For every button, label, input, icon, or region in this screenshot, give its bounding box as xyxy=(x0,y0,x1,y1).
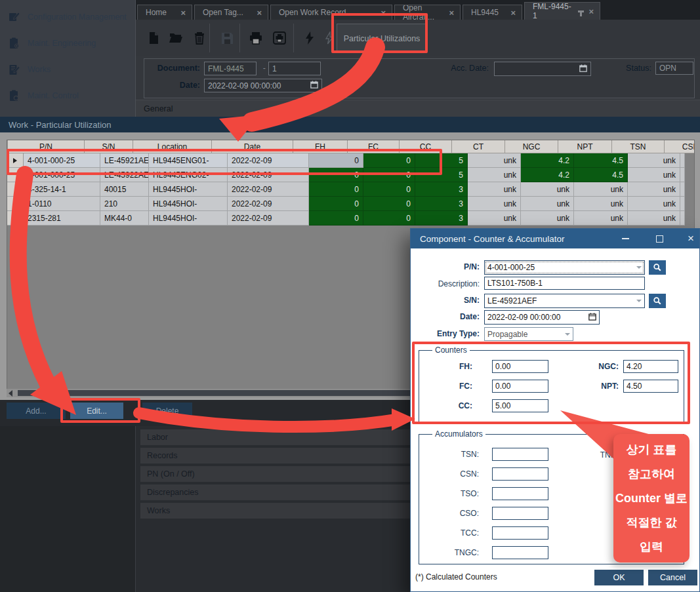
calendar-icon[interactable] xyxy=(310,81,318,90)
grid-cell[interactable] xyxy=(680,168,685,182)
document-revision-field[interactable]: 1 xyxy=(268,62,321,75)
table-row[interactable]: 1-0110210HL9445HOI-2022-02-09003unkunkun… xyxy=(7,197,694,211)
grid-cell[interactable]: unk xyxy=(468,168,521,182)
grid-cell[interactable]: 4.2 xyxy=(521,153,574,168)
grid-cell[interactable]: unk xyxy=(628,197,680,211)
grid-cell[interactable]: 0 xyxy=(363,197,415,211)
acc-date-field[interactable] xyxy=(494,62,591,76)
grid-column-header[interactable]: TSN xyxy=(612,140,665,153)
grid-cell[interactable]: 4-325-14-1 xyxy=(24,182,100,197)
save-button[interactable] xyxy=(216,27,238,49)
dialog-date-field[interactable]: 2022-02-09 00:00:00 xyxy=(484,310,600,325)
close-tab-icon[interactable]: × xyxy=(449,9,454,17)
grid-cell[interactable]: unk xyxy=(628,211,680,226)
grid-cell[interactable] xyxy=(680,182,685,197)
grid-cell[interactable]: 0 xyxy=(309,197,363,211)
grid-column-header[interactable]: NGC xyxy=(505,140,558,153)
grid-cell[interactable]: 2022-02-09 xyxy=(228,211,309,226)
new-document-button[interactable] xyxy=(142,27,165,49)
print-button[interactable] xyxy=(245,27,267,49)
tab-hl9445[interactable]: HL9445× xyxy=(463,5,522,20)
cancel-button[interactable]: Cancel xyxy=(648,570,697,585)
table-row[interactable]: 4-325-14-140015HL9445HOI-2022-02-09003un… xyxy=(7,182,694,197)
chevron-down-icon[interactable] xyxy=(565,333,570,336)
grid-cell[interactable]: unk xyxy=(468,197,521,211)
minimize-icon[interactable] xyxy=(615,229,635,248)
grid-cell[interactable]: HL9445HOI- xyxy=(149,211,228,226)
date-field[interactable]: 2022-02-09 00:00:00 xyxy=(204,79,322,92)
entry-type-dropdown[interactable]: Propagable xyxy=(484,327,573,341)
sn-search-button[interactable] xyxy=(649,294,666,308)
sn-dropdown[interactable]: LE-45921AEF xyxy=(484,294,645,308)
tcc-field[interactable] xyxy=(492,526,548,540)
grid-cell[interactable] xyxy=(680,153,685,168)
grid-cell[interactable]: 0 xyxy=(363,182,415,197)
grid-cell[interactable]: unk xyxy=(521,182,574,197)
tab-fml-9445-1[interactable]: FML-9445-1× xyxy=(524,2,600,20)
tab-home[interactable]: Home× xyxy=(137,5,192,20)
grid-cell[interactable]: unk xyxy=(628,182,680,197)
pn-search-button[interactable] xyxy=(649,260,666,275)
grid-cell[interactable]: 2022-02-09 xyxy=(228,182,309,197)
grid-cell[interactable]: 3 xyxy=(415,197,468,211)
print-preview-button[interactable] xyxy=(268,27,291,49)
general-section-header[interactable]: General xyxy=(136,100,700,117)
grid-cell[interactable]: unk xyxy=(574,182,628,197)
grid-cell[interactable]: 3 xyxy=(415,182,468,197)
grid-cell[interactable]: 4.2 xyxy=(521,168,574,182)
tsn-field[interactable] xyxy=(492,448,548,461)
delete-row-button[interactable]: Delete xyxy=(142,403,192,419)
grid-cell[interactable]: 210 xyxy=(100,197,149,211)
cso-field[interactable] xyxy=(492,507,548,520)
grid-cell[interactable]: unk xyxy=(628,168,680,182)
tngc-field[interactable] xyxy=(492,546,548,559)
calendar-icon[interactable] xyxy=(588,313,596,323)
sidebar-item-works[interactable]: Works xyxy=(8,61,133,78)
grid-column-header[interactable]: CSN xyxy=(665,140,695,153)
grid-cell[interactable]: unk xyxy=(468,153,521,168)
close-tab-icon[interactable]: × xyxy=(588,7,594,16)
close-icon[interactable]: × xyxy=(681,229,700,248)
sidebar-item-configuration-management[interactable]: Configuration Management xyxy=(8,9,133,26)
grid-cell[interactable]: 2022-02-09 xyxy=(228,197,309,211)
grid-column-header[interactable]: CT xyxy=(452,140,505,153)
delete-button[interactable] xyxy=(188,27,211,49)
grid-cell[interactable]: 4.5 xyxy=(574,168,628,182)
row-selector-cell[interactable] xyxy=(7,211,24,226)
document-number-field[interactable]: FML-9445 xyxy=(204,62,257,75)
sidebar-item-maint-engineering[interactable]: Maint. Engineering xyxy=(8,35,133,52)
chevron-down-icon[interactable] xyxy=(636,300,642,302)
scrollbar-thumb[interactable] xyxy=(18,390,411,396)
grid-cell[interactable]: unk xyxy=(521,197,574,211)
grid-column-header[interactable]: NPT xyxy=(558,140,612,153)
close-tab-icon[interactable]: × xyxy=(257,9,262,17)
grid-cell[interactable] xyxy=(680,211,685,226)
grid-cell[interactable]: 40015 xyxy=(100,182,149,197)
grid-cell[interactable]: 0 xyxy=(309,211,363,226)
tso-field[interactable] xyxy=(492,487,548,500)
grid-cell[interactable]: 0 xyxy=(309,182,363,197)
grid-cell[interactable]: unk xyxy=(574,211,628,226)
calendar-icon[interactable] xyxy=(579,64,587,74)
run-button[interactable] xyxy=(299,27,321,49)
grid-cell[interactable]: unk xyxy=(574,197,628,211)
grid-cell[interactable]: unk xyxy=(468,211,521,226)
scroll-left-icon[interactable] xyxy=(9,390,12,397)
grid-cell[interactable]: 3 xyxy=(415,211,468,226)
grid-cell[interactable]: 0 xyxy=(363,211,415,226)
grid-cell[interactable]: unk xyxy=(628,153,680,168)
close-tab-icon[interactable]: × xyxy=(180,9,186,17)
open-button[interactable] xyxy=(165,27,187,49)
grid-cell[interactable]: 2315-281 xyxy=(24,211,100,226)
table-row[interactable]: 2315-281MK44-0HL9445HOI-2022-02-09003unk… xyxy=(7,211,694,226)
tab-opentag[interactable]: Open Tag...× xyxy=(194,5,268,20)
chevron-down-icon[interactable] xyxy=(636,266,642,269)
grid-cell[interactable]: 1-0110 xyxy=(24,197,100,211)
pn-dropdown[interactable]: 4-001-000-25 xyxy=(484,260,645,275)
grid-cell[interactable]: unk xyxy=(521,211,574,226)
grid-cell[interactable]: HL9445HOI- xyxy=(149,197,228,211)
pin-icon[interactable] xyxy=(578,10,584,12)
sidebar-item-maint-control[interactable]: Maint. Control xyxy=(8,87,133,104)
grid-cell[interactable]: HL9445HOI- xyxy=(149,182,228,197)
grid-cell[interactable] xyxy=(680,197,685,211)
